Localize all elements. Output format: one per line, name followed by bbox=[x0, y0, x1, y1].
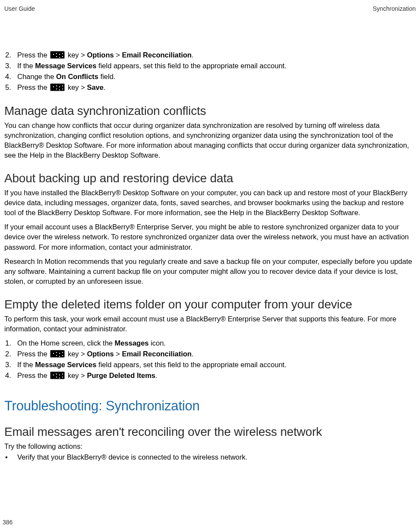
body-text: If you have installed the BlackBerry® De… bbox=[4, 188, 416, 218]
list-item: 4. Press the key > Purge Deleted Items. bbox=[4, 371, 416, 381]
section-heading-backup-restore: About backing up and restoring device da… bbox=[4, 171, 416, 185]
section-heading-empty-deleted: Empty the deleted items folder on your c… bbox=[4, 298, 416, 311]
section-heading-manage-conflicts: Manage data synchronization conflicts bbox=[4, 104, 416, 118]
step-number: 4. bbox=[4, 72, 17, 82]
step-number: 3. bbox=[4, 61, 17, 71]
step-number: 2. bbox=[4, 50, 17, 60]
step-text: Press the key > Options > Email Reconcil… bbox=[17, 349, 416, 359]
body-text: Try the following actions: bbox=[4, 441, 416, 451]
body-text: Research In Motion recommends that you r… bbox=[4, 257, 416, 286]
header-left: User Guide bbox=[4, 5, 35, 12]
step-text: On the Home screen, click the Messages i… bbox=[17, 338, 416, 349]
blackberry-key-icon bbox=[50, 83, 65, 91]
step-text: If the Message Services field appears, s… bbox=[17, 61, 416, 71]
body-text: If your email account uses a BlackBerry®… bbox=[4, 222, 416, 252]
page-header: User Guide Synchronization bbox=[4, 5, 416, 12]
major-heading-troubleshooting: Troubleshooting: Synchronization bbox=[4, 398, 416, 414]
step-text: If the Message Services field appears, s… bbox=[17, 360, 416, 370]
bullet-dot: • bbox=[4, 452, 17, 463]
bullet-list: • Verify that your BlackBerry® device is… bbox=[4, 452, 416, 463]
bullet-text: Verify that your BlackBerry® device is c… bbox=[17, 452, 416, 463]
blackberry-key-icon bbox=[50, 350, 65, 358]
list-item: 3. If the Message Services field appears… bbox=[4, 360, 416, 370]
blackberry-key-icon bbox=[50, 51, 65, 59]
steps-list-2: 1. On the Home screen, click the Message… bbox=[4, 338, 416, 381]
step-text: Press the key > Options > Email Reconcil… bbox=[17, 50, 416, 60]
page: User Guide Synchronization 2. Press the … bbox=[0, 0, 420, 530]
step-number: 1. bbox=[4, 338, 17, 349]
step-number: 3. bbox=[4, 360, 17, 370]
page-number: 386 bbox=[3, 519, 13, 526]
body-text: To perform this task, your work email ac… bbox=[4, 314, 416, 334]
list-item: 2. Press the key > Options > Email Recon… bbox=[4, 50, 416, 60]
list-item: • Verify that your BlackBerry® device is… bbox=[4, 452, 416, 463]
step-text: Press the key > Purge Deleted Items. bbox=[17, 371, 416, 381]
step-text: Change the On Conflicts field. bbox=[17, 72, 416, 82]
content: 2. Press the key > Options > Email Recon… bbox=[4, 50, 416, 463]
list-item: 5. Press the key > Save. bbox=[4, 83, 416, 93]
step-number: 4. bbox=[4, 371, 17, 381]
section-heading-email-not-reconciling: Email messages aren't reconciling over t… bbox=[4, 425, 416, 439]
list-item: 1. On the Home screen, click the Message… bbox=[4, 338, 416, 349]
blackberry-key-icon bbox=[50, 371, 65, 379]
header-right: Synchronization bbox=[373, 5, 416, 12]
step-number: 2. bbox=[4, 349, 17, 359]
steps-list-1: 2. Press the key > Options > Email Recon… bbox=[4, 50, 416, 93]
body-text: You can change how conflicts that occur … bbox=[4, 121, 416, 160]
list-item: 3. If the Message Services field appears… bbox=[4, 61, 416, 71]
step-number: 5. bbox=[4, 83, 17, 93]
list-item: 2. Press the key > Options > Email Recon… bbox=[4, 349, 416, 359]
step-text: Press the key > Save. bbox=[17, 83, 416, 93]
list-item: 4. Change the On Conflicts field. bbox=[4, 72, 416, 82]
